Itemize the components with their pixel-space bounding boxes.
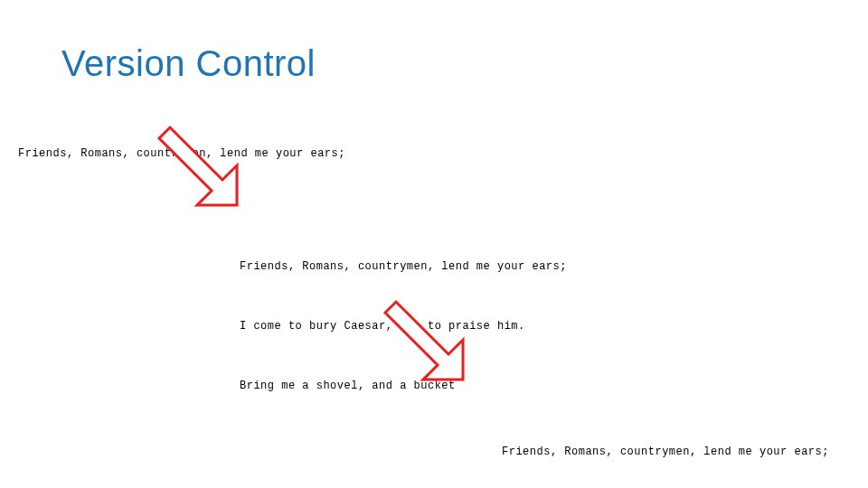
slide: Version Control Friends, Romans, country… — [0, 0, 868, 488]
svg-marker-1 — [385, 302, 463, 380]
text-version-3: Friends, Romans, countrymen, lend me you… — [502, 402, 829, 488]
arrow-down-right-icon — [380, 296, 479, 387]
arrow-down-right-icon — [154, 122, 253, 212]
text-line: Friends, Romans, countrymen, lend me you… — [240, 257, 567, 277]
svg-marker-0 — [159, 127, 237, 205]
text-line: Friends, Romans, countrymen, lend me you… — [502, 442, 829, 462]
slide-title: Version Control — [61, 43, 316, 84]
